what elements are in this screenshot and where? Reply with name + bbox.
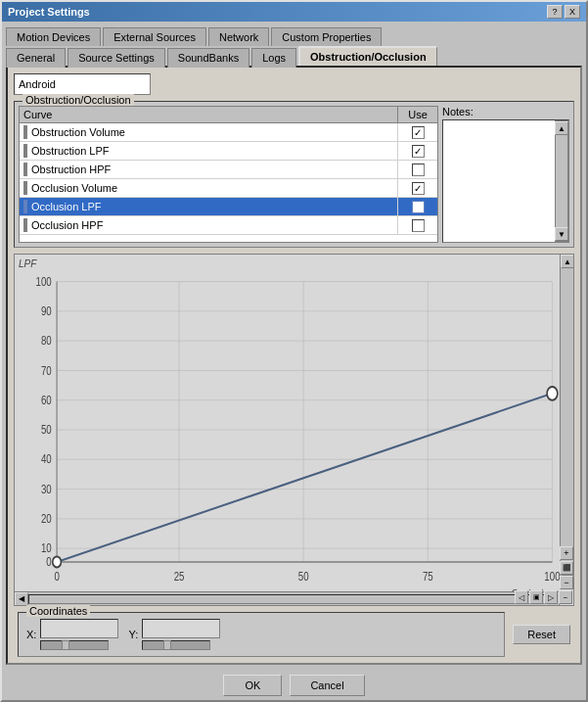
tabs-row1: Motion Devices External Sources Network … (2, 22, 586, 44)
svg-text:70: 70 (41, 363, 52, 376)
row-stripe (23, 218, 27, 232)
tab-custom-properties[interactable]: Custom Properties (271, 27, 382, 46)
notes-panel: Notes: ▲ ▼ (442, 106, 569, 243)
coordinates-group: Coordinates X: Y: (18, 612, 505, 657)
dialog-buttons: OK Cancel (2, 669, 586, 700)
curve-table-header: Curve Use (20, 107, 437, 123)
zoom-fit-button[interactable]: ⬛ (560, 561, 573, 575)
checkbox-occlusion-hpf[interactable] (412, 219, 425, 232)
obstruction-occlusion-group: Obstruction/Occlusion Curve Use Obstruct… (14, 101, 574, 248)
svg-text:50: 50 (298, 570, 309, 583)
row-stripe (23, 125, 27, 139)
svg-text:10: 10 (41, 541, 52, 554)
cancel-button[interactable]: Cancel (290, 675, 364, 696)
dialog-title: Project Settings (8, 6, 90, 18)
y-coord-slider[interactable] (142, 640, 210, 650)
help-button[interactable]: ? (547, 5, 563, 19)
ok-button[interactable]: OK (223, 675, 282, 696)
curve-row-occlusion-hpf[interactable]: Occlusion HPF (20, 216, 437, 235)
checkbox-occlusion-lpf[interactable] (412, 201, 425, 213)
x-coord-slider[interactable] (40, 640, 109, 650)
notes-scrollbar: ▲ ▼ (555, 120, 568, 242)
y-slider-thumb[interactable] (163, 640, 171, 650)
checkbox-obstruction-lpf[interactable] (412, 145, 425, 158)
y-coord-input-wrapper (142, 619, 220, 650)
col-header-curve: Curve (20, 107, 398, 122)
svg-text:90: 90 (41, 304, 52, 317)
y-coord-label: Y: (128, 629, 138, 640)
bottom-row: Coordinates X: Y: (14, 612, 574, 657)
tab-external-sources[interactable]: External Sources (103, 27, 206, 46)
curve-row-obstruction-hpf[interactable]: Obstruction HPF (20, 161, 437, 179)
chart-scroll-track-v (561, 268, 573, 562)
checkbox-obstruction-hpf[interactable] (412, 164, 425, 176)
curve-row-occlusion-lpf[interactable]: Occlusion LPF (20, 198, 437, 216)
tab-general[interactable]: General (6, 48, 66, 68)
zoom-in-button[interactable]: + (560, 546, 573, 560)
x-coord-input[interactable] (40, 619, 118, 638)
scroll-down-arrow[interactable]: ▼ (555, 227, 568, 241)
svg-text:25: 25 (174, 570, 185, 583)
tab-soundbanks[interactable]: SoundBanks (167, 48, 249, 68)
svg-point-35 (53, 556, 62, 567)
tab-motion-devices[interactable]: Motion Devices (6, 27, 101, 46)
dropdown-row: Android iOS Windows Mac Linux (14, 73, 574, 95)
svg-text:100: 100 (544, 570, 560, 583)
x-coord-input-wrapper (40, 619, 118, 650)
svg-text:100: 100 (36, 275, 52, 288)
svg-text:30: 30 (41, 483, 52, 495)
svg-point-36 (547, 387, 558, 400)
content-area: Android iOS Windows Mac Linux Obstructio… (6, 66, 582, 665)
scroll-up-arrow[interactable]: ▲ (555, 121, 568, 135)
nav-prev[interactable]: ◁ (515, 590, 528, 604)
chart-vscrollbar: ▲ ▼ (560, 255, 573, 576)
group-label: Obstruction/Occlusion (23, 94, 134, 106)
col-header-use: Use (398, 107, 437, 122)
tab-source-settings[interactable]: Source Settings (68, 48, 165, 68)
curve-notes-split: Curve Use Obstruction Volume (19, 106, 569, 243)
svg-text:60: 60 (41, 394, 52, 406)
y-coord-field: Y: (128, 619, 220, 650)
nav-fit[interactable]: ▣ (529, 590, 543, 604)
svg-text:75: 75 (423, 570, 433, 583)
coordinates-label: Coordinates (26, 605, 90, 617)
tabs-row2: General Source Settings SoundBanks Logs … (2, 44, 586, 66)
curve-table: Curve Use Obstruction Volume (19, 106, 438, 243)
row-stripe (23, 200, 27, 213)
x-coord-label: X: (26, 629, 36, 640)
nav-minus[interactable]: − (559, 590, 572, 604)
row-stripe (23, 163, 27, 176)
svg-text:80: 80 (41, 334, 52, 347)
chart-scroll-left[interactable]: ◀ (15, 592, 28, 606)
dialog: Project Settings ? X Motion Devices Exte… (0, 0, 588, 702)
curve-row-obstruction-volume[interactable]: Obstruction Volume (20, 123, 437, 142)
checkbox-occlusion-volume[interactable] (412, 182, 425, 195)
svg-text:20: 20 (41, 512, 52, 525)
notes-label: Notes: (442, 106, 569, 117)
title-bar-buttons: ? X (547, 5, 580, 19)
svg-line-34 (57, 394, 552, 562)
reset-button[interactable]: Reset (513, 625, 570, 644)
chart-scroll-up[interactable]: ▲ (561, 255, 574, 268)
nav-buttons: ◁ ▣ ▷ − (514, 589, 573, 605)
zoom-out-button[interactable]: − (560, 576, 573, 589)
tab-logs[interactable]: Logs (251, 48, 296, 68)
title-bar: Project Settings ? X (2, 2, 586, 22)
platform-dropdown[interactable]: Android iOS Windows Mac Linux (14, 73, 151, 95)
tab-network[interactable]: Network (208, 27, 269, 46)
row-stripe (23, 181, 27, 195)
close-button[interactable]: X (565, 5, 580, 19)
tab-obstruction-occlusion[interactable]: Obstruction/Occlusion (298, 46, 437, 66)
chart-scroll-track-h (28, 594, 546, 604)
row-stripe (23, 144, 27, 158)
checkbox-obstruction-volume[interactable] (412, 126, 425, 139)
svg-text:0: 0 (54, 570, 59, 583)
nav-next[interactable]: ▷ (544, 590, 558, 604)
y-coord-input[interactable] (142, 619, 220, 638)
platform-dropdown-wrapper[interactable]: Android iOS Windows Mac Linux (14, 73, 151, 95)
x-slider-thumb[interactable] (62, 640, 69, 650)
curve-row-obstruction-lpf[interactable]: Obstruction LPF (20, 142, 437, 161)
curve-row-occlusion-volume[interactable]: Occlusion Volume (20, 179, 437, 198)
x-coord-field: X: (26, 619, 118, 650)
chart-svg[interactable]: 100 90 80 70 60 50 40 30 20 10 0 0 25 50… (15, 255, 573, 605)
